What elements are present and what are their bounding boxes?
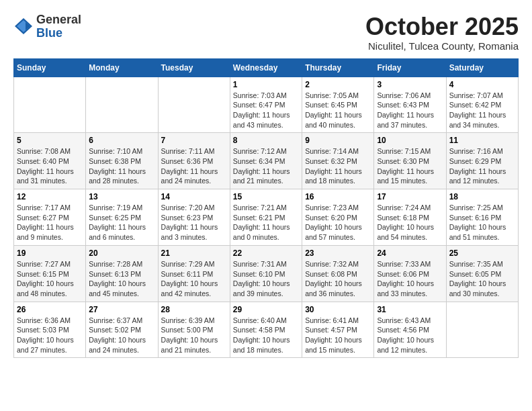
day-number: 12 (17, 192, 83, 201)
calendar-header: SundayMondayTuesdayWednesdayThursdayFrid… (14, 58, 519, 77)
day-info: Sunrise: 7:16 AM Sunset: 6:29 PM Dayligh… (449, 146, 515, 186)
calendar-cell: 15Sunrise: 7:21 AM Sunset: 6:21 PM Dayli… (230, 189, 302, 246)
calendar-week-row: 26Sunrise: 6:36 AM Sunset: 5:03 PM Dayli… (14, 302, 519, 358)
calendar-cell: 20Sunrise: 7:28 AM Sunset: 6:13 PM Dayli… (86, 245, 158, 302)
calendar-cell: 29Sunrise: 6:40 AM Sunset: 4:58 PM Dayli… (230, 302, 302, 358)
day-info: Sunrise: 7:14 AM Sunset: 6:32 PM Dayligh… (305, 146, 371, 186)
calendar-cell: 12Sunrise: 7:17 AM Sunset: 6:27 PM Dayli… (14, 189, 86, 246)
calendar-cell: 21Sunrise: 7:29 AM Sunset: 6:11 PM Dayli… (158, 245, 230, 302)
calendar-cell: 3Sunrise: 7:06 AM Sunset: 6:43 PM Daylig… (374, 77, 446, 133)
weekday-header: Thursday (302, 58, 374, 77)
calendar-cell: 4Sunrise: 7:07 AM Sunset: 6:42 PM Daylig… (446, 77, 518, 133)
calendar-body: 1Sunrise: 7:03 AM Sunset: 6:47 PM Daylig… (14, 77, 519, 358)
day-info: Sunrise: 6:39 AM Sunset: 5:00 PM Dayligh… (161, 316, 227, 355)
month-title: October 2025 (365, 13, 519, 40)
day-number: 3 (377, 80, 443, 89)
day-info: Sunrise: 7:27 AM Sunset: 6:15 PM Dayligh… (17, 259, 83, 299)
calendar-cell (446, 302, 518, 358)
calendar-cell: 19Sunrise: 7:27 AM Sunset: 6:15 PM Dayli… (14, 245, 86, 302)
day-info: Sunrise: 7:05 AM Sunset: 6:45 PM Dayligh… (305, 91, 371, 130)
day-info: Sunrise: 7:11 AM Sunset: 6:36 PM Dayligh… (161, 146, 227, 186)
calendar-cell: 17Sunrise: 7:24 AM Sunset: 6:18 PM Dayli… (374, 189, 446, 246)
weekday-header: Sunday (14, 58, 86, 77)
day-number: 17 (377, 192, 443, 201)
day-info: Sunrise: 7:24 AM Sunset: 6:18 PM Dayligh… (377, 203, 443, 242)
calendar-week-row: 19Sunrise: 7:27 AM Sunset: 6:15 PM Dayli… (14, 245, 519, 302)
day-number: 27 (89, 305, 154, 314)
logo-general: General (36, 13, 81, 27)
day-info: Sunrise: 7:23 AM Sunset: 6:20 PM Dayligh… (305, 203, 371, 242)
day-number: 11 (449, 136, 515, 145)
calendar-cell (86, 77, 158, 133)
day-number: 6 (89, 136, 154, 145)
day-number: 5 (17, 136, 83, 145)
day-info: Sunrise: 7:15 AM Sunset: 6:30 PM Dayligh… (377, 146, 443, 186)
calendar-cell: 14Sunrise: 7:20 AM Sunset: 6:23 PM Dayli… (158, 189, 230, 246)
day-number: 22 (233, 248, 299, 258)
calendar-cell: 8Sunrise: 7:12 AM Sunset: 6:34 PM Daylig… (230, 133, 302, 189)
calendar-cell: 31Sunrise: 6:43 AM Sunset: 4:56 PM Dayli… (374, 302, 446, 358)
calendar-cell: 9Sunrise: 7:14 AM Sunset: 6:32 PM Daylig… (302, 133, 374, 189)
day-number: 19 (17, 248, 83, 258)
day-number: 13 (89, 192, 154, 201)
day-number: 14 (161, 192, 227, 201)
calendar-cell (14, 77, 86, 133)
calendar-week-row: 1Sunrise: 7:03 AM Sunset: 6:47 PM Daylig… (14, 77, 519, 133)
calendar-cell: 16Sunrise: 7:23 AM Sunset: 6:20 PM Dayli… (302, 189, 374, 246)
day-number: 7 (161, 136, 227, 145)
header-row: SundayMondayTuesdayWednesdayThursdayFrid… (14, 58, 519, 77)
day-info: Sunrise: 7:03 AM Sunset: 6:47 PM Dayligh… (233, 91, 299, 130)
calendar-cell: 11Sunrise: 7:16 AM Sunset: 6:29 PM Dayli… (446, 133, 518, 189)
logo: General Blue (13, 13, 81, 40)
day-number: 24 (377, 248, 443, 258)
day-number: 4 (449, 80, 515, 89)
calendar-cell: 27Sunrise: 6:37 AM Sunset: 5:02 PM Dayli… (86, 302, 158, 358)
day-number: 29 (233, 305, 299, 314)
title-block: October 2025 Niculitel, Tulcea County, R… (365, 13, 519, 52)
day-info: Sunrise: 7:28 AM Sunset: 6:13 PM Dayligh… (89, 259, 154, 299)
day-info: Sunrise: 6:36 AM Sunset: 5:03 PM Dayligh… (17, 316, 83, 355)
calendar-cell: 13Sunrise: 7:19 AM Sunset: 6:25 PM Dayli… (86, 189, 158, 246)
day-number: 31 (377, 305, 443, 314)
day-number: 20 (89, 248, 154, 258)
calendar-cell: 6Sunrise: 7:10 AM Sunset: 6:38 PM Daylig… (86, 133, 158, 189)
day-info: Sunrise: 7:17 AM Sunset: 6:27 PM Dayligh… (17, 203, 83, 242)
day-number: 23 (305, 248, 371, 258)
day-info: Sunrise: 6:41 AM Sunset: 4:57 PM Dayligh… (305, 316, 371, 355)
weekday-header: Wednesday (230, 58, 302, 77)
day-info: Sunrise: 7:08 AM Sunset: 6:40 PM Dayligh… (17, 146, 83, 186)
day-number: 26 (17, 305, 83, 314)
day-number: 16 (305, 192, 371, 201)
day-number: 8 (233, 136, 299, 145)
calendar-cell: 23Sunrise: 7:32 AM Sunset: 6:08 PM Dayli… (302, 245, 374, 302)
day-number: 18 (449, 192, 515, 201)
day-info: Sunrise: 7:33 AM Sunset: 6:06 PM Dayligh… (377, 259, 443, 299)
day-number: 1 (233, 80, 299, 89)
day-number: 2 (305, 80, 371, 89)
day-number: 28 (161, 305, 227, 314)
weekday-header: Friday (374, 58, 446, 77)
day-number: 9 (305, 136, 371, 145)
calendar-cell: 30Sunrise: 6:41 AM Sunset: 4:57 PM Dayli… (302, 302, 374, 358)
calendar-cell (158, 77, 230, 133)
day-number: 21 (161, 248, 227, 258)
day-info: Sunrise: 7:29 AM Sunset: 6:11 PM Dayligh… (161, 259, 227, 299)
logo-icon (13, 17, 34, 37)
day-info: Sunrise: 7:31 AM Sunset: 6:10 PM Dayligh… (233, 259, 299, 299)
calendar-cell: 5Sunrise: 7:08 AM Sunset: 6:40 PM Daylig… (14, 133, 86, 189)
calendar-cell: 7Sunrise: 7:11 AM Sunset: 6:36 PM Daylig… (158, 133, 230, 189)
calendar-cell: 25Sunrise: 7:35 AM Sunset: 6:05 PM Dayli… (446, 245, 518, 302)
calendar-week-row: 5Sunrise: 7:08 AM Sunset: 6:40 PM Daylig… (14, 133, 519, 189)
day-number: 30 (305, 305, 371, 314)
calendar-cell: 10Sunrise: 7:15 AM Sunset: 6:30 PM Dayli… (374, 133, 446, 189)
day-info: Sunrise: 7:06 AM Sunset: 6:43 PM Dayligh… (377, 91, 443, 130)
logo-text: General Blue (36, 13, 81, 40)
weekday-header: Monday (86, 58, 158, 77)
day-info: Sunrise: 7:35 AM Sunset: 6:05 PM Dayligh… (449, 259, 515, 299)
day-info: Sunrise: 7:20 AM Sunset: 6:23 PM Dayligh… (161, 203, 227, 242)
day-number: 10 (377, 136, 443, 145)
weekday-header: Saturday (446, 58, 518, 77)
day-info: Sunrise: 7:19 AM Sunset: 6:25 PM Dayligh… (89, 203, 154, 242)
calendar-cell: 26Sunrise: 6:36 AM Sunset: 5:03 PM Dayli… (14, 302, 86, 358)
page-header: General Blue October 2025 Niculitel, Tul… (13, 13, 519, 52)
